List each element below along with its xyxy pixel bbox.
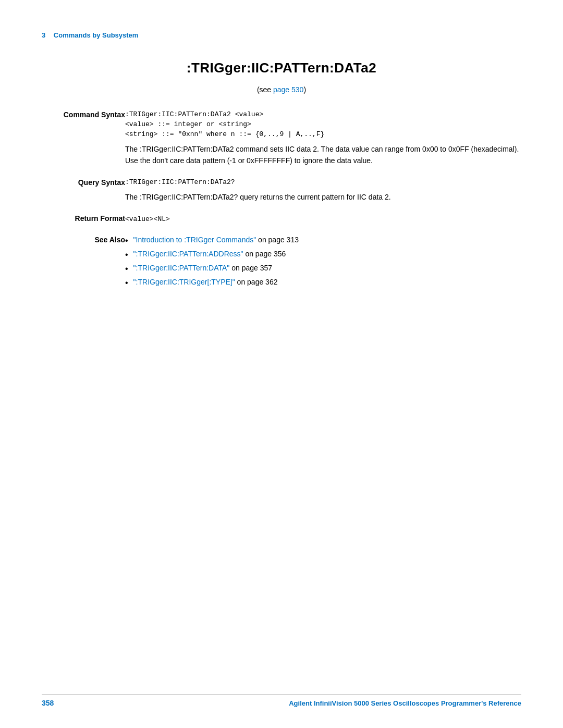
return-format-content: <value><NL>	[125, 210, 521, 231]
list-item: • ":TRIGger:IIC:TRIGger[:TYPE]" on page …	[125, 278, 521, 289]
page-title: :TRIGger:IIC:PATTern:DATa2	[42, 60, 521, 76]
see-also-link-2[interactable]: ":TRIGger:IIC:PATTern:ADDRess"	[133, 250, 243, 258]
command-syntax-label: Command Syntax	[42, 108, 125, 174]
page-container: 3 Commands by Subsystem :TRIGger:IIC:PAT…	[0, 0, 563, 728]
see-also-item-3: ":TRIGger:IIC:PATTern:DATA" on page 357	[133, 264, 272, 272]
return-format-label: Return Format	[42, 210, 125, 231]
see-also-row: See Also • "Introduction to :TRIGger Com…	[42, 231, 521, 293]
bullet-icon: •	[125, 264, 128, 275]
return-format-row: Return Format <value><NL>	[42, 210, 521, 231]
query-syntax-description: The :TRIGger:IIC:PATTern:DATa2? query re…	[125, 191, 521, 203]
see-also-item-4: ":TRIGger:IIC:TRIGger[:TYPE]" on page 36…	[133, 278, 278, 286]
see-page-reference: (see page 530)	[42, 85, 521, 94]
list-item: • ":TRIGger:IIC:PATTern:DATA" on page 35…	[125, 264, 521, 275]
bullet-icon: •	[125, 278, 128, 289]
see-also-content: • "Introduction to :TRIGger Commands" on…	[125, 231, 521, 293]
see-also-item-2: ":TRIGger:IIC:PATTern:ADDRess" on page 3…	[133, 250, 286, 258]
chapter-title: Commands by Subsystem	[54, 31, 139, 39]
page-link[interactable]: page 530	[273, 85, 303, 94]
see-also-suffix-3: on page 357	[229, 264, 272, 272]
command-syntax-line-1: :TRIGger:IIC:PATTern:DATa2 <value>	[125, 110, 521, 118]
command-syntax-line-3: <string> ::= "0xnn" where n ::= {0,..,9 …	[125, 130, 521, 138]
chapter-number: 3	[42, 31, 45, 39]
return-format-value: <value><NL>	[125, 215, 170, 223]
see-also-link-1[interactable]: "Introduction to :TRIGger Commands"	[133, 236, 256, 244]
command-syntax-content: :TRIGger:IIC:PATTern:DATa2 <value> <valu…	[125, 108, 521, 174]
bullet-icon: •	[125, 250, 128, 261]
footer-title: Agilent InfiniiVision 5000 Series Oscill…	[289, 699, 521, 707]
footer-page-number: 358	[42, 699, 54, 707]
bullet-icon: •	[125, 236, 128, 246]
list-item: • ":TRIGger:IIC:PATTern:ADDRess" on page…	[125, 250, 521, 261]
list-item: • "Introduction to :TRIGger Commands" on…	[125, 236, 521, 246]
query-syntax-label: Query Syntax	[42, 174, 125, 210]
see-also-suffix-1: on page 313	[256, 236, 299, 244]
query-syntax-row: Query Syntax :TRIGger:IIC:PATTern:DATa2?…	[42, 174, 521, 210]
see-also-list: • "Introduction to :TRIGger Commands" on…	[125, 236, 521, 288]
see-also-label: See Also	[42, 231, 125, 293]
command-syntax-description: The :TRIGger:IIC:PATTern:DATa2 command s…	[125, 143, 521, 167]
command-syntax-row: Command Syntax :TRIGger:IIC:PATTern:DATa…	[42, 108, 521, 174]
see-also-link-3[interactable]: ":TRIGger:IIC:PATTern:DATA"	[133, 264, 230, 272]
chapter-header: 3 Commands by Subsystem	[42, 31, 521, 39]
query-syntax-content: :TRIGger:IIC:PATTern:DATa2? The :TRIGger…	[125, 174, 521, 210]
command-syntax-line-2: <value> ::= integer or <string>	[125, 120, 521, 128]
see-also-suffix-4: on page 362	[235, 278, 278, 286]
see-also-suffix-2: on page 356	[243, 250, 286, 258]
query-syntax-line: :TRIGger:IIC:PATTern:DATa2?	[125, 178, 521, 186]
page-footer: 358 Agilent InfiniiVision 5000 Series Os…	[42, 694, 521, 707]
see-also-link-4[interactable]: ":TRIGger:IIC:TRIGger[:TYPE]"	[133, 278, 235, 286]
content-table: Command Syntax :TRIGger:IIC:PATTern:DATa…	[42, 108, 521, 293]
see-also-item-1: "Introduction to :TRIGger Commands" on p…	[133, 236, 299, 244]
